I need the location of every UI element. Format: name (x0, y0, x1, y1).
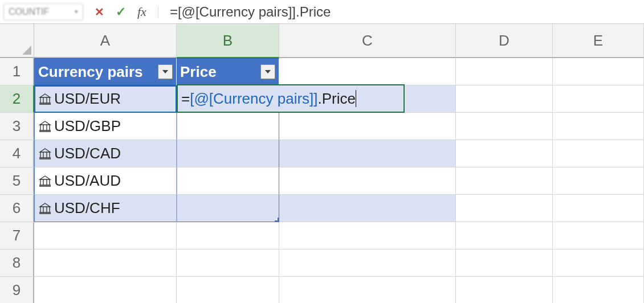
cell[interactable] (34, 249, 177, 277)
cell-a4[interactable]: USD/CAD (34, 140, 177, 167)
cell-b4[interactable] (177, 140, 279, 167)
cell-a2[interactable]: USD/EUR (34, 85, 177, 113)
row-4: 4 USD/CAD (0, 140, 644, 167)
cell-a5[interactable]: USD/AUD (34, 167, 177, 195)
formula-token-reference: [@[Currency pairs]] (190, 90, 317, 108)
cell[interactable] (456, 195, 553, 222)
bank-icon (38, 147, 52, 161)
cell[interactable] (279, 249, 456, 277)
cell-value: USD/AUD (54, 172, 121, 190)
cell-a3[interactable]: USD/GBP (34, 113, 177, 140)
table-header-price[interactable]: Price (177, 58, 279, 85)
cell[interactable] (279, 113, 456, 140)
table-header-label: Price (180, 63, 217, 81)
cell[interactable] (177, 277, 279, 303)
table-header-currency-pairs[interactable]: Currency pairs (34, 58, 177, 85)
row-7: 7 (0, 222, 644, 249)
cell-value: USD/GBP (54, 117, 121, 135)
cell[interactable] (34, 222, 177, 249)
cell[interactable] (456, 58, 553, 85)
cell[interactable] (456, 113, 553, 140)
table-header-label: Currency pairs (38, 63, 143, 81)
name-box[interactable]: COUNTIF ▾ (3, 3, 83, 21)
text-cursor (356, 90, 356, 107)
select-all-corner[interactable] (0, 24, 34, 58)
row-header-6[interactable]: 6 (0, 195, 34, 222)
row-5: 5 USD/AUD (0, 167, 644, 195)
row-header-8[interactable]: 8 (0, 249, 34, 277)
cell[interactable] (553, 195, 644, 222)
cell-value: USD/EUR (54, 90, 121, 108)
row-header-7[interactable]: 7 (0, 222, 34, 249)
cell-a6[interactable]: USD/CHF (34, 195, 177, 222)
cell[interactable] (279, 277, 456, 303)
row-2: 2 USD/EUR = [@[Currency pairs]] .Price (0, 85, 644, 113)
col-header-a[interactable]: A (34, 24, 177, 58)
formula-token-equals: = (181, 90, 190, 108)
cell[interactable] (553, 58, 644, 85)
row-8: 8 (0, 249, 644, 277)
row-1: 1 Currency pairs Price (0, 58, 644, 85)
row-header-3[interactable]: 3 (0, 113, 34, 140)
chevron-down-icon: ▾ (75, 8, 78, 15)
cell[interactable] (553, 167, 644, 195)
formula-input[interactable]: =[@[Currency pairs]].Price (170, 4, 331, 20)
filter-button[interactable] (158, 64, 173, 79)
column-headers-row: A B C D E (0, 24, 644, 58)
cell[interactable] (553, 85, 644, 113)
row-3: 3 USD/GBP (0, 113, 644, 140)
formula-token-suffix: .Price (318, 90, 356, 108)
row-header-9[interactable]: 9 (0, 277, 34, 303)
name-box-text: COUNTIF (9, 7, 49, 17)
cell-value: USD/CAD (54, 145, 121, 162)
chevron-down-icon (264, 69, 271, 74)
formula-bar: COUNTIF ▾ ✕ ✓ fx =[@[Currency pairs]].Pr… (0, 0, 644, 24)
cell[interactable] (279, 222, 456, 249)
cell[interactable] (279, 140, 456, 167)
table-resize-handle[interactable] (275, 218, 279, 222)
cancel-icon[interactable]: ✕ (95, 5, 104, 19)
cell-editor[interactable]: = [@[Currency pairs]] .Price (177, 84, 405, 113)
cell[interactable] (553, 249, 644, 277)
cell[interactable] (456, 140, 553, 167)
cell[interactable] (279, 195, 456, 222)
cell-value: USD/CHF (54, 199, 120, 217)
row-9: 9 (0, 277, 644, 303)
bank-icon (38, 202, 52, 215)
cell[interactable] (456, 222, 553, 249)
bank-icon (38, 92, 52, 106)
grid-body: 1 Currency pairs Price 2 USD/EUR (0, 58, 644, 303)
cell[interactable] (456, 85, 553, 113)
enter-icon[interactable]: ✓ (116, 5, 126, 19)
cell-b3[interactable] (177, 113, 279, 140)
bank-icon (38, 120, 52, 133)
cell[interactable] (177, 222, 279, 249)
row-header-2[interactable]: 2 (0, 85, 34, 113)
cell[interactable] (34, 277, 177, 303)
cell[interactable] (456, 277, 553, 303)
row-6: 6 USD/CHF (0, 195, 644, 222)
col-header-d[interactable]: D (456, 24, 553, 58)
formula-bar-buttons: ✕ ✓ fx (89, 5, 164, 19)
row-header-4[interactable]: 4 (0, 140, 34, 167)
filter-button[interactable] (260, 64, 275, 79)
col-header-c[interactable]: C (279, 24, 456, 58)
row-header-1[interactable]: 1 (0, 58, 34, 85)
fx-icon[interactable]: fx (137, 5, 146, 19)
cell[interactable] (177, 249, 279, 277)
cell-b6[interactable] (177, 195, 279, 222)
cell[interactable] (553, 113, 644, 140)
row-header-5[interactable]: 5 (0, 167, 34, 195)
col-header-b[interactable]: B (177, 24, 279, 58)
col-header-e[interactable]: E (553, 24, 644, 58)
chevron-down-icon (162, 69, 169, 74)
cell[interactable] (553, 277, 644, 303)
cell[interactable] (279, 58, 456, 85)
cell[interactable] (279, 167, 456, 195)
bank-icon (38, 174, 52, 188)
cell[interactable] (553, 222, 644, 249)
cell[interactable] (553, 140, 644, 167)
cell-b5[interactable] (177, 167, 279, 195)
cell[interactable] (456, 167, 553, 195)
cell[interactable] (456, 249, 553, 277)
